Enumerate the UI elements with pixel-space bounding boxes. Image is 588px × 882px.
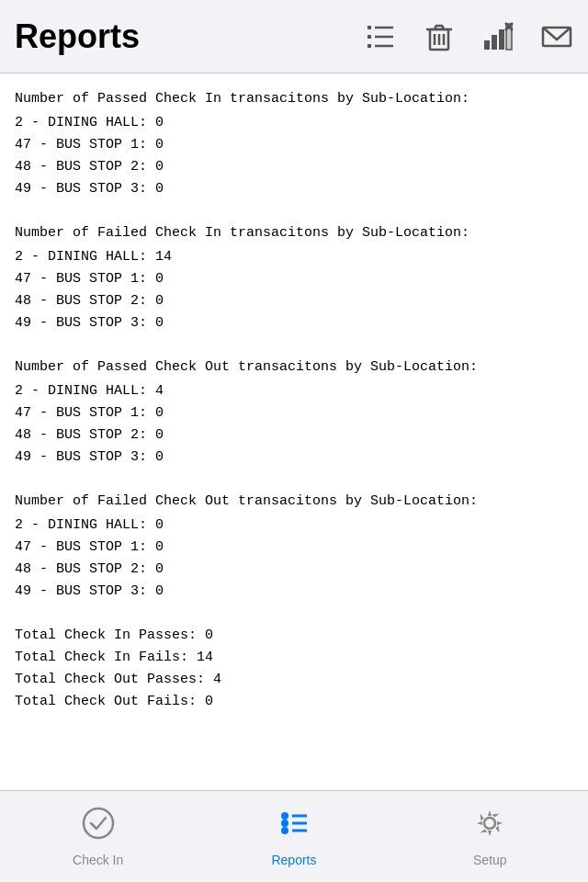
report-block-failed-checkout: Number of Failed Check Out transacitons … bbox=[15, 491, 573, 603]
svg-rect-1 bbox=[368, 35, 371, 39]
trash-icon[interactable] bbox=[423, 20, 456, 53]
svg-point-28 bbox=[484, 818, 495, 829]
tab-setup[interactable]: Setup bbox=[392, 807, 588, 867]
summary-row: Total Check In Fails: 14 bbox=[15, 647, 573, 669]
report-row: 49 - BUS STOP 3: 0 bbox=[15, 178, 573, 200]
list-icon[interactable] bbox=[364, 20, 397, 53]
tab-bar: Check In Reports bbox=[0, 790, 588, 882]
report-row: 47 - BUS STOP 1: 0 bbox=[15, 268, 573, 290]
svg-rect-16 bbox=[499, 29, 504, 50]
report-row: 49 - BUS STOP 3: 0 bbox=[15, 447, 573, 469]
report-row: 47 - BUS STOP 1: 0 bbox=[15, 402, 573, 424]
header: Reports bbox=[0, 0, 588, 74]
svg-point-23 bbox=[281, 820, 288, 827]
report-block-failed-checkin: Number of Failed Check In transacitons b… bbox=[15, 222, 573, 334]
svg-point-22 bbox=[281, 812, 288, 820]
summary-row: Total Check Out Passes: 4 bbox=[15, 669, 573, 691]
summary-rows: Total Check In Passes: 0Total Check In F… bbox=[15, 625, 573, 713]
report-row: 2 - DINING HALL: 4 bbox=[15, 380, 573, 402]
summary-row: Total Check In Passes: 0 bbox=[15, 625, 573, 647]
report-title-failed-checkout: Number of Failed Check Out transacitons … bbox=[15, 491, 573, 513]
summary-block: Total Check In Passes: 0Total Check In F… bbox=[15, 625, 573, 713]
report-row: 2 - DINING HALL: 14 bbox=[15, 246, 573, 268]
checkin-icon bbox=[82, 807, 115, 847]
header-toolbar bbox=[364, 20, 573, 53]
main-content: Number of Passed Check In transacitons b… bbox=[0, 74, 588, 790]
report-row: 48 - BUS STOP 2: 0 bbox=[15, 559, 573, 581]
tab-reports-label: Reports bbox=[271, 853, 316, 867]
svg-point-21 bbox=[84, 808, 113, 838]
report-row: 48 - BUS STOP 2: 0 bbox=[15, 156, 573, 178]
report-row: 47 - BUS STOP 1: 0 bbox=[15, 537, 573, 559]
setup-icon bbox=[473, 807, 506, 847]
report-title-passed-checkin: Number of Passed Check In transacitons b… bbox=[15, 88, 573, 110]
svg-rect-2 bbox=[368, 44, 371, 48]
signal-icon[interactable] bbox=[481, 20, 514, 53]
tab-setup-label: Setup bbox=[473, 853, 507, 867]
svg-point-24 bbox=[281, 827, 288, 834]
tab-checkin-label: Check In bbox=[73, 853, 123, 867]
page-title: Reports bbox=[15, 17, 364, 56]
report-row: 48 - BUS STOP 2: 0 bbox=[15, 290, 573, 312]
reports-icon bbox=[277, 807, 311, 847]
report-row: 2 - DINING HALL: 0 bbox=[15, 112, 573, 134]
report-title-passed-checkout: Number of Passed Check Out transacitons … bbox=[15, 356, 573, 379]
report-sections: Number of Passed Check In transacitons b… bbox=[15, 88, 573, 603]
mail-icon[interactable] bbox=[540, 20, 573, 53]
svg-rect-0 bbox=[368, 26, 371, 29]
report-row: 48 - BUS STOP 2: 0 bbox=[15, 424, 573, 447]
report-title-failed-checkin: Number of Failed Check In transacitons b… bbox=[15, 222, 573, 244]
report-row: 47 - BUS STOP 1: 0 bbox=[15, 134, 573, 156]
report-block-passed-checkout: Number of Passed Check Out transacitons … bbox=[15, 356, 573, 469]
report-block-passed-checkin: Number of Passed Check In transacitons b… bbox=[15, 88, 573, 200]
tab-reports[interactable]: Reports bbox=[196, 807, 391, 867]
svg-rect-15 bbox=[492, 35, 497, 50]
summary-row: Total Check Out Fails: 0 bbox=[15, 691, 573, 713]
svg-rect-14 bbox=[484, 40, 490, 50]
report-row: 49 - BUS STOP 3: 0 bbox=[15, 581, 573, 603]
report-row: 49 - BUS STOP 3: 0 bbox=[15, 312, 573, 334]
report-row: 2 - DINING HALL: 0 bbox=[15, 514, 573, 537]
tab-checkin[interactable]: Check In bbox=[0, 807, 196, 867]
